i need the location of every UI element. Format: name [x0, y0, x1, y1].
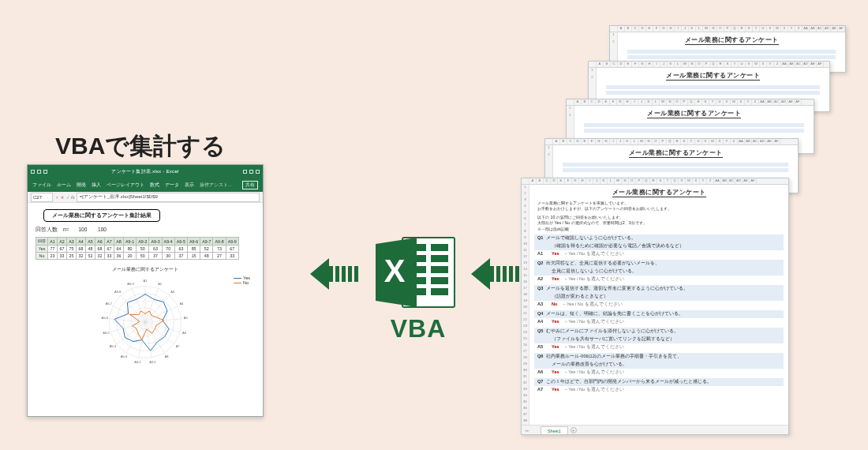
- radar-title: メール業務に関するアンケート: [36, 266, 255, 273]
- svg-rect-51: [431, 288, 448, 295]
- svg-text:A9-9: A9-9: [127, 282, 134, 286]
- worksheet-area: メール業務に関するアンケート集計結果 回答人数 n=100 100 回答A1A2…: [28, 203, 263, 369]
- survey-title: メール業務に関するアンケート: [666, 71, 760, 81]
- tab-layout[interactable]: ページレイアウト: [107, 182, 144, 189]
- excel-logo-icon: X: [372, 233, 459, 312]
- svg-rect-56: [335, 266, 339, 282]
- column-headers: ABCDEFGHIJKLMNOPQRSTUVWXYZAAABACADAEAF: [610, 26, 845, 32]
- survey-questions: Q1メールで確認しないように心がけている。 （確認を得るために確認が必要なら電話…: [534, 234, 784, 396]
- tab-file[interactable]: ファイル: [32, 182, 51, 189]
- result-table: 回答A1A2A3A4A5A6A7A8A9-1A9-2A9-3A9-4A9-5A9…: [36, 237, 239, 260]
- new-sheet-button[interactable]: +: [571, 427, 577, 433]
- svg-rect-43: [431, 244, 448, 251]
- window-close-icon[interactable]: [256, 170, 260, 174]
- column-headers: ABCDEFGHIJKLMNOPQRSTUVWXYZAAABACADAEAF: [567, 99, 814, 106]
- row-headers: 1234567891011121314151617181920212223242…: [522, 185, 529, 434]
- formula-input[interactable]: =[アンケート_谷澤.xlsx]Sheet1!$D$9: [77, 193, 260, 202]
- svg-text:A9-8: A9-8: [114, 290, 122, 294]
- sheet-tab[interactable]: Sheet1: [541, 426, 568, 434]
- svg-text:A3: A3: [170, 290, 175, 294]
- tab-view[interactable]: 表示: [185, 182, 194, 189]
- excel-ribbon: アンケート集計表.xlsx - Excel ファイル ホーム 開発 挿入 ページ…: [28, 165, 263, 192]
- tab-data[interactable]: データ: [165, 182, 179, 189]
- page-heading: VBAで集計する: [55, 130, 226, 163]
- svg-text:A9-1: A9-1: [149, 360, 156, 363]
- result-workbook: アンケート集計表.xlsx - Excel ファイル ホーム 開発 挿入 ページ…: [27, 164, 264, 417]
- radar-legend: Yes No: [234, 276, 250, 285]
- svg-text:X: X: [384, 253, 406, 288]
- ribbon-btn[interactable]: [43, 170, 47, 174]
- window-title: アンケート集計表.xlsx - Excel: [50, 168, 241, 175]
- window-max-icon[interactable]: [249, 170, 253, 174]
- arrow-left-icon: [310, 255, 362, 293]
- survey-title: メール業務に関するアンケート: [647, 109, 741, 118]
- svg-text:A4: A4: [180, 302, 185, 306]
- tab-insert[interactable]: 挿入: [92, 182, 101, 189]
- ribbon-btn[interactable]: [37, 170, 41, 174]
- survey-intro: メール業務に関するアンケートを実施しています。お手数をおかけしますが、以下のアン…: [534, 201, 784, 234]
- tab-dev[interactable]: 開発: [77, 182, 86, 189]
- respondent-count: 回答人数 n=100 100: [36, 227, 255, 234]
- svg-text:A9-5: A9-5: [103, 331, 110, 335]
- svg-text:A9-6: A9-6: [101, 316, 108, 320]
- svg-marker-54: [310, 258, 329, 290]
- svg-text:A5: A5: [184, 316, 189, 320]
- survey-title: メール業務に関するアンケート: [685, 36, 779, 45]
- svg-text:A9-7: A9-7: [106, 302, 113, 306]
- survey-sheet-front: ABCDEFGHIJKLMNOPQRSTUVWXYZAAABACADAEAF 1…: [521, 178, 789, 435]
- svg-text:A7: A7: [176, 344, 181, 348]
- svg-rect-61: [490, 266, 494, 282]
- column-headers: ABCDEFGHIJKLMNOPQRSTUVWXYZAAABACADAEAF: [522, 178, 788, 185]
- svg-text:A9-2: A9-2: [134, 360, 141, 363]
- svg-text:A2: A2: [158, 282, 163, 286]
- survey-title: メール業務に関するアンケート: [612, 188, 706, 197]
- svg-text:A8: A8: [165, 354, 170, 358]
- svg-text:A9-4: A9-4: [110, 344, 117, 348]
- name-box[interactable]: C27: [31, 193, 53, 202]
- tell-me[interactable]: 操作アシスト…: [200, 182, 233, 189]
- sheet-tab-bar: ◂▸ Sheet1 +: [522, 425, 788, 434]
- svg-marker-60: [471, 258, 490, 290]
- svg-rect-59: [354, 266, 358, 282]
- share-button[interactable]: 共有: [242, 181, 258, 189]
- column-headers: ABCDEFGHIJKLMNOPQRSTUVWXYZAAABACADAEAF: [545, 139, 798, 145]
- column-headers: ABCDEFGHIJKLMNOPQRSTUVWXYZAAABACADAEAF: [589, 62, 829, 68]
- arrow-right-icon: [471, 255, 523, 293]
- svg-rect-49: [431, 277, 448, 284]
- ribbon-btn[interactable]: [31, 170, 35, 174]
- svg-text:A9-3: A9-3: [121, 354, 128, 358]
- svg-rect-58: [348, 266, 352, 282]
- window-min-icon[interactable]: [243, 170, 247, 174]
- result-title: メール業務に関するアンケート集計結果: [43, 209, 160, 222]
- svg-rect-62: [496, 266, 500, 282]
- svg-rect-65: [515, 266, 519, 282]
- svg-line-35: [121, 295, 145, 322]
- radar-chart: メール業務に関するアンケート Yes No A1A2A3A4A5A6A7A8A9…: [36, 266, 255, 369]
- svg-text:A1: A1: [144, 279, 148, 283]
- tab-home[interactable]: ホーム: [57, 182, 71, 189]
- svg-rect-64: [509, 266, 513, 282]
- ribbon-tabs: ファイル ホーム 開発 挿入 ページレイアウト 数式 データ 表示 操作アシスト…: [28, 178, 263, 192]
- formula-bar: C27 ▾ ✕ ✓ fx =[アンケート_谷澤.xlsx]Sheet1!$D$9: [28, 192, 263, 203]
- fx-icon: fx: [71, 195, 75, 200]
- svg-rect-47: [431, 266, 448, 273]
- svg-rect-57: [342, 266, 346, 282]
- radar-svg: A1A2A3A4A5A6A7A8A9-1A9-2A9-3A9-4A9-5A9-6…: [82, 275, 208, 363]
- vba-label: VBA: [379, 314, 458, 343]
- svg-rect-55: [329, 266, 333, 282]
- survey-title: メール業務に関するアンケート: [629, 148, 723, 158]
- svg-text:A6: A6: [182, 331, 187, 335]
- svg-rect-45: [431, 255, 448, 262]
- svg-rect-63: [503, 266, 507, 282]
- tab-formula[interactable]: 数式: [150, 182, 159, 189]
